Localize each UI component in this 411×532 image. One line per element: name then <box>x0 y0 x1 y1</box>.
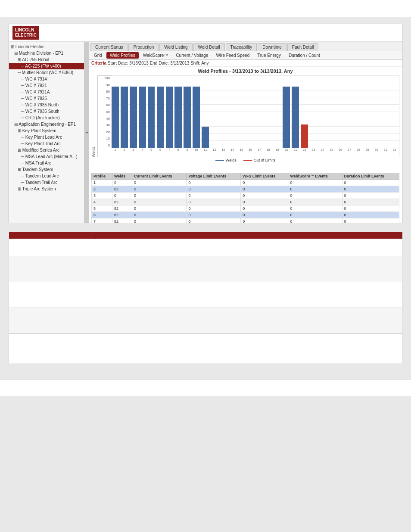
table-cell: 0 <box>241 193 288 199</box>
sub-tab-wire-feed-speed[interactable]: Wire Feed Speed <box>212 52 253 59</box>
table-cell: 0 <box>342 193 399 199</box>
table-cell: 0 <box>132 199 187 205</box>
data-table: ProfileWeldsCurrent Limit EventsVoltage … <box>91 173 399 223</box>
table-cell: 0 <box>132 212 187 218</box>
chart-bar <box>174 87 182 148</box>
table-row[interactable]: 78200000 <box>92 218 399 223</box>
sub-tab-weldscore-[interactable]: WeldScore™ <box>140 52 172 59</box>
tree-item[interactable]: ─ Key Plant Trail Arc <box>9 140 84 147</box>
table-header: Voltage Limit Events <box>187 173 241 180</box>
page-wrapper: LINCOLN ELECTRIC ⊞ Lincoln Electric⊞ Mac… <box>0 0 411 532</box>
logo-line1: LINCOLN <box>15 28 37 33</box>
tree-item[interactable]: ─ Tandem Lead Arc <box>9 173 84 179</box>
app-window: LINCOLN ELECTRIC ⊞ Lincoln Electric⊞ Mac… <box>9 24 402 223</box>
tree-item[interactable]: ─ Muffler Robot (WC # 6363) <box>9 69 84 76</box>
top-tab-weld-detail[interactable]: Weld Detail <box>193 43 225 51</box>
tree-item[interactable]: ⊞ Tandem System <box>9 166 84 173</box>
chart-bar <box>139 87 146 148</box>
sub-tabs-container: GridWeld ProfilesWeldScore™Current / Vol… <box>89 51 402 60</box>
table-cell: 0 <box>187 186 241 193</box>
top-tab-production[interactable]: Production <box>128 43 159 51</box>
chart-bar <box>157 87 164 148</box>
chart-bar <box>166 87 173 148</box>
table-cell: 0 <box>241 180 288 186</box>
chart-bar <box>193 87 200 148</box>
table-cell: 0 <box>112 193 132 199</box>
legend-ool-label: Out of Limits <box>254 158 276 162</box>
tree-item[interactable]: ─ Key Plant Lead Arc <box>9 134 84 140</box>
table-cell: 7 <box>92 218 112 223</box>
bottom-row4-col2 <box>95 308 402 334</box>
chart-bar <box>202 127 209 148</box>
table-cell: 0 <box>112 180 132 186</box>
top-tab-downtime[interactable]: Downtime <box>258 43 286 51</box>
tree-item[interactable]: ─ WC # 7935 North <box>9 102 84 108</box>
chart-bar <box>184 87 191 148</box>
table-cell: 0 <box>288 205 342 212</box>
table-cell: 0 <box>288 212 342 218</box>
data-table-container: ProfileWeldsCurrent Limit EventsVoltage … <box>89 171 402 223</box>
app-body: ⊞ Lincoln Electric⊞ Machine Division - E… <box>9 42 402 223</box>
table-cell: 0 <box>187 218 241 223</box>
table-row[interactable]: 48200000 <box>92 199 399 205</box>
tree-item[interactable]: ─ WC # 7935 South <box>9 108 84 115</box>
top-tab-current-status[interactable]: Current Status <box>90 43 128 51</box>
bottom-row2-col2 <box>95 256 402 282</box>
top-bar <box>0 0 411 17</box>
table-cell: 0 <box>342 205 399 212</box>
table-row[interactable]: 68200000 <box>92 212 399 218</box>
legend-welds-label: Welds <box>226 158 237 162</box>
bottom-row3-col1 <box>9 282 95 308</box>
bottom-table-header <box>9 232 402 239</box>
table-cell: 6 <box>92 212 112 218</box>
table-row[interactable]: 28200000 <box>92 186 399 193</box>
top-tab-fault-detail[interactable]: Fault Detail <box>287 43 319 51</box>
tree-item[interactable]: ⊞ AC-255 Robot <box>9 56 84 63</box>
tree-item[interactable]: ⊞ Key Plant System <box>9 128 84 134</box>
criteria-bar: Criteria Start Date: 3/13/2013 End Date:… <box>89 60 402 67</box>
table-cell: 0 <box>288 180 342 186</box>
tree-item[interactable]: ─ MSA Lead Arc (Master A...) <box>9 153 84 160</box>
table-row[interactable]: 58200000 <box>92 205 399 212</box>
sub-tab-duration-count[interactable]: Duration / Count <box>285 52 324 59</box>
table-cell: 0 <box>241 218 288 223</box>
tree-item[interactable]: ⊞ Modified Series Arc <box>9 147 84 153</box>
table-cell: 0 <box>241 199 288 205</box>
table-cell: 5 <box>92 205 112 212</box>
tree-item[interactable]: ─ WC # 7925 <box>9 95 84 102</box>
tree-item[interactable]: ⊞ Machine Division - EP1 <box>9 50 84 56</box>
bottom-table <box>9 232 402 364</box>
chart-container: Welds 0102030405060708090100 12345678910… <box>91 75 399 157</box>
tree-item[interactable]: ─ MSA Trail Arc <box>9 160 84 166</box>
top-tabs-container: Current StatusProductionWeld ListingWeld… <box>89 42 402 51</box>
table-cell: 0 <box>288 193 342 199</box>
tree-item[interactable]: ⊞ Lincoln Electric <box>9 44 84 50</box>
legend-welds-line <box>215 160 224 161</box>
top-tab-traceability[interactable]: Traceability <box>226 43 257 51</box>
sidebar-expand[interactable]: ◄ <box>84 42 89 223</box>
top-tab-weld-listing[interactable]: Weld Listing <box>159 43 192 51</box>
table-cell: 0 <box>187 193 241 199</box>
tree-item[interactable]: ⊞ Application Engineering - EP1 <box>9 121 84 128</box>
y-axis: 0102030405060708090100 <box>98 76 111 148</box>
table-row[interactable]: 1000000 <box>92 180 399 186</box>
sub-tab-weld-profiles[interactable]: Weld Profiles <box>106 52 139 59</box>
tree-item[interactable]: ─ CRD (ArcTracker) <box>9 115 84 121</box>
table-cell: 0 <box>288 199 342 205</box>
tree-item[interactable]: ─ WC # 7914 <box>9 76 84 82</box>
tree-item[interactable]: ─ WC # 7921 <box>9 82 84 89</box>
tree-item[interactable]: ─ AC-225 (FW v400) <box>9 63 84 69</box>
table-cell: 2 <box>92 186 112 193</box>
chart-bar <box>292 87 299 148</box>
table-row[interactable]: 3000000 <box>92 193 399 199</box>
tree-item[interactable]: ─ Tandem Trail Arc <box>9 179 84 186</box>
sub-tab-current-voltage[interactable]: Current / Voltage <box>172 52 212 59</box>
main-content: LINCOLN ELECTRIC ⊞ Lincoln Electric⊞ Mac… <box>0 17 411 370</box>
table-cell: 0 <box>342 180 399 186</box>
table-cell: 0 <box>288 218 342 223</box>
table-cell: 0 <box>187 205 241 212</box>
sub-tab-grid[interactable]: Grid <box>90 52 106 59</box>
tree-item[interactable]: ─ WC # 7921A <box>9 89 84 95</box>
tree-item[interactable]: ⊞ Triple Arc System <box>9 186 84 192</box>
sub-tab-true-energy[interactable]: True Energy <box>254 52 284 59</box>
